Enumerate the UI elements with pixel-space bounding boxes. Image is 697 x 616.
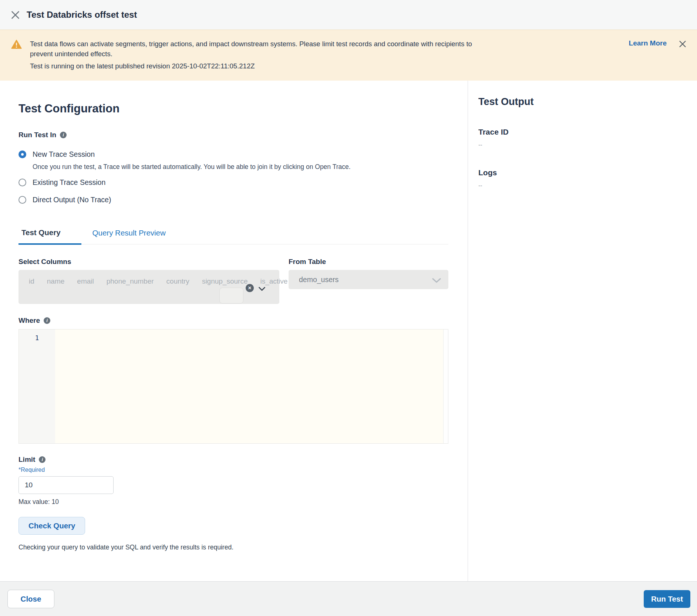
column-chip: id <box>29 277 34 285</box>
clear-selection-icon[interactable]: ✕ <box>246 284 254 292</box>
column-search-input[interactable] <box>219 288 243 304</box>
from-table-label: From Table <box>289 258 448 266</box>
from-table-field: From Table demo_users <box>289 258 448 304</box>
warning-message: Test data flows can activate segments, t… <box>30 39 492 59</box>
close-icon-glyph <box>11 11 20 19</box>
column-chip: name <box>47 277 65 285</box>
where-field: Where i 1 <box>18 317 448 444</box>
warning-banner-actions: Learn More <box>629 39 687 74</box>
radio-existing-trace-session[interactable]: Existing Trace Session <box>18 177 448 188</box>
banner-close-icon[interactable] <box>678 39 687 49</box>
run-test-in-row: Run Test In i <box>18 131 448 139</box>
chevron-down-icon <box>432 278 441 284</box>
trace-id-label: Trace ID <box>478 128 686 136</box>
max-value-hint: Max value: 10 <box>18 498 448 506</box>
selected-columns-list: idnameemailphone_numbercountrysignup_sou… <box>29 274 230 289</box>
banner-close-glyph <box>679 40 686 48</box>
where-label-row: Where i <box>18 317 448 325</box>
where-info-icon[interactable]: i <box>44 317 50 324</box>
test-configuration-panel: Test Configuration Run Test In i New Tra… <box>0 81 468 581</box>
warning-icon <box>11 40 22 74</box>
limit-label: Limit <box>18 456 35 464</box>
required-note: *Required <box>18 467 448 473</box>
radio-helper-text: Once you run the test, a Trace will be s… <box>33 163 448 171</box>
learn-more-link[interactable]: Learn More <box>629 39 667 47</box>
limit-label-row: Limit i <box>18 456 448 464</box>
limit-input[interactable] <box>18 476 114 494</box>
radio-new-trace-session[interactable]: New Trace Session <box>18 149 448 160</box>
where-editor[interactable]: 1 <box>18 329 448 444</box>
column-chip: is_active <box>260 277 287 285</box>
query-builder-row: Select Columns idnameemailphone_numberco… <box>18 258 448 304</box>
run-test-in-info-icon[interactable]: i <box>60 132 67 138</box>
logs-section: Logs -- <box>478 168 686 189</box>
trace-id-value: -- <box>478 142 686 148</box>
editor-line-number: 1 <box>19 329 55 443</box>
limit-info-icon[interactable]: i <box>39 456 46 463</box>
close-icon[interactable] <box>9 9 21 21</box>
from-table-value: demo_users <box>299 275 339 284</box>
dialog-footer: Close Run Test <box>0 581 697 616</box>
radio-direct-output[interactable]: Direct Output (No Trace) <box>18 194 448 205</box>
check-query-button[interactable]: Check Query <box>18 517 85 535</box>
run-test-in-radio-group: New Trace Session Once you run the test,… <box>18 149 448 205</box>
select-columns-input[interactable]: idnameemailphone_numbercountrysignup_sou… <box>18 270 279 304</box>
column-chip: country <box>166 277 189 285</box>
trace-id-section: Trace ID -- <box>478 128 686 148</box>
warning-banner: Test data flows can activate segments, t… <box>0 30 697 81</box>
dialog-title: Test Databricks offset test <box>27 10 137 20</box>
tab-test-query[interactable]: Test Query <box>18 228 81 245</box>
radio-button[interactable] <box>18 179 26 186</box>
warning-text-block: Test data flows can activate segments, t… <box>30 39 629 74</box>
select-columns-field: Select Columns idnameemailphone_numberco… <box>18 258 279 304</box>
warning-revision-text: Test is running on the latest published … <box>30 61 629 71</box>
editor-text-area[interactable] <box>55 329 443 443</box>
dialog-content: Test Configuration Run Test In i New Tra… <box>0 81 697 581</box>
limit-field: Limit i *Required Max value: 10 <box>18 456 448 506</box>
tab-query-result-preview[interactable]: Query Result Preview <box>90 228 169 244</box>
run-test-button[interactable]: Run Test <box>644 590 690 608</box>
logs-label: Logs <box>478 168 686 177</box>
check-query-helper: Checking your query to validate your SQL… <box>18 544 448 551</box>
test-output-title: Test Output <box>478 96 686 108</box>
chevron-down-icon[interactable] <box>259 286 265 292</box>
query-tabs: Test Query Query Result Preview <box>18 228 448 244</box>
radio-label: Existing Trace Session <box>33 178 105 187</box>
logs-value: -- <box>478 182 686 189</box>
column-chip: email <box>77 277 94 285</box>
run-test-in-label: Run Test In <box>18 131 56 139</box>
where-label: Where <box>18 317 40 325</box>
column-chip: signup_source <box>202 277 248 285</box>
page-title: Test Configuration <box>18 102 448 115</box>
test-dialog: Test Databricks offset test Test data fl… <box>0 0 697 616</box>
radio-button-selected[interactable] <box>18 150 26 158</box>
select-columns-label: Select Columns <box>18 258 279 266</box>
editor-scrollbar[interactable] <box>443 329 448 443</box>
dialog-header: Test Databricks offset test <box>0 0 697 30</box>
radio-label: New Trace Session <box>33 150 95 159</box>
radio-label: Direct Output (No Trace) <box>33 196 111 204</box>
test-output-panel: Test Output Trace ID -- Logs -- <box>468 81 697 581</box>
close-button[interactable]: Close <box>7 590 54 608</box>
from-table-select[interactable]: demo_users <box>289 270 448 289</box>
column-chip: phone_number <box>107 277 154 285</box>
radio-button[interactable] <box>18 196 26 204</box>
